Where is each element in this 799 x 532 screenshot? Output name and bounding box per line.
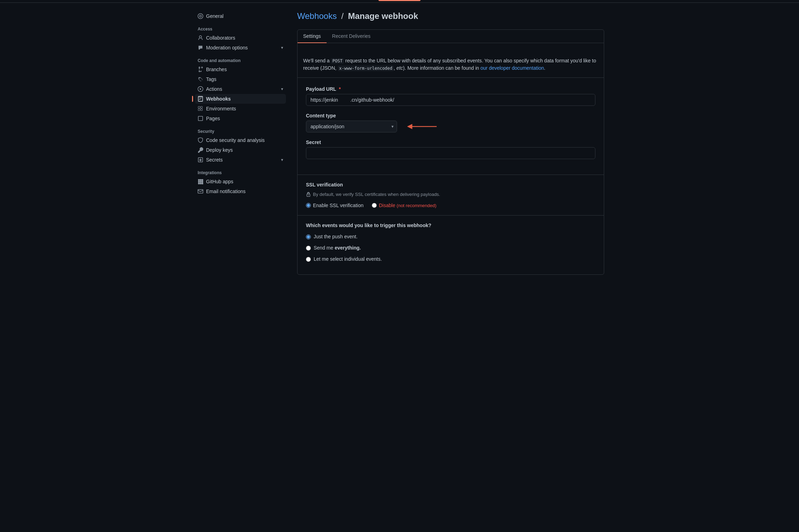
ssl-enable-label: Enable SSL verification [313,203,363,208]
content-type-label: Content type [306,113,595,118]
events-section: Which events would you like to trigger t… [298,215,604,274]
page-title: Webhooks / Manage webhook [297,11,604,21]
code-security-label: Code security and analysis [206,137,265,143]
event-select-label: Let me select individual events. [314,256,382,262]
shield-icon [198,137,203,143]
webhook-icon [198,96,203,102]
ssl-disable-option[interactable]: Disable (not recommended) [372,203,436,208]
play-icon [198,86,203,92]
red-arrow-svg [407,123,438,130]
breadcrumb-link[interactable]: Webhooks [297,11,337,21]
gear-icon [198,13,203,19]
post-code: POST [331,58,344,64]
info-period: . [544,65,545,71]
sidebar-section-access: Access [195,27,286,32]
deploy-keys-label: Deploy keys [206,147,233,153]
environments-label: Environments [206,106,236,111]
info-text: We'll send a POST request to the URL bel… [303,58,596,71]
moderation-chevron: ▾ [281,45,283,50]
top-bar-accent [378,0,421,1]
sidebar-item-github-apps[interactable]: GitHub apps [195,177,286,186]
sidebar-item-secrets[interactable]: Secrets ▾ [195,155,286,165]
form-encoded-code: x-www-form-urlencoded [338,66,394,71]
payload-url-label: Payload URL * [306,86,595,92]
payload-url-group: Payload URL * [306,86,595,106]
asterisk-icon [198,157,203,163]
page-title-current: Manage webhook [348,11,418,21]
content-type-group: Content type application/json applicatio… [306,113,595,132]
lock-icon [306,192,311,197]
developer-docs-link[interactable]: our developer documentation [480,65,544,71]
sidebar-section-integrations: Integrations [195,170,286,175]
tab-recent-deliveries[interactable]: Recent Deliveries [327,30,376,43]
ssl-enable-option[interactable]: Enable SSL verification [306,203,363,208]
ssl-enable-radio[interactable] [306,203,311,208]
sidebar-item-environments[interactable]: Environments [195,104,286,114]
payload-url-input[interactable] [306,94,595,106]
sidebar-item-actions[interactable]: Actions ▾ [195,84,286,94]
event-everything-label: Send me everything. [314,245,361,251]
event-push-option[interactable]: Just the push event. [306,234,595,239]
ssl-section: SSL verification By default, we verify S… [298,175,604,215]
github-apps-label: GitHub apps [206,179,233,184]
ssl-disable-radio[interactable] [372,203,377,208]
breadcrumb-separator: / [341,11,346,21]
page-icon [198,116,203,121]
tabs: Settings Recent Deliveries [298,30,604,43]
event-everything-radio[interactable] [306,246,311,251]
content-box: Settings Recent Deliveries We'll send a … [297,29,604,275]
sidebar-item-webhooks[interactable]: Webhooks [195,94,286,104]
sidebar-item-branches[interactable]: Branches [195,64,286,74]
sidebar-item-collaborators[interactable]: Collaborators [195,33,286,43]
sidebar-item-tags[interactable]: Tags [195,74,286,84]
secret-label: Secret [306,139,595,145]
actions-chevron: ▾ [281,87,283,91]
event-everything-option[interactable]: Send me everything. [306,245,595,251]
sidebar-item-pages[interactable]: Pages [195,114,286,123]
comment-icon [198,45,203,50]
event-select-radio[interactable] [306,257,311,262]
tags-label: Tags [206,76,217,82]
top-bar [0,0,799,3]
form-section: Payload URL * Content type application/j… [298,78,604,175]
mail-icon [198,189,203,194]
event-push-label: Just the push event. [314,234,357,239]
ssl-description: By default, we verify SSL certificates w… [306,192,595,197]
secrets-label: Secrets [206,157,223,163]
secrets-chevron: ▾ [281,157,283,162]
email-notifications-label: Email notifications [206,189,246,194]
content-type-select[interactable]: application/json application/x-www-form-… [306,121,397,132]
tag-icon [198,76,203,82]
events-title: Which events would you like to trigger t… [306,223,595,228]
apps-icon [198,179,203,184]
moderation-label: Moderation options [206,45,248,50]
ssl-title: SSL verification [306,182,595,187]
person-icon [198,35,203,41]
sidebar-item-moderation[interactable]: Moderation options ▾ [195,43,286,53]
sidebar-section-code: Code and automation [195,58,286,63]
event-push-radio[interactable] [306,234,311,239]
key-icon [198,147,203,153]
main-content: Webhooks / Manage webhook Settings Recen… [297,11,604,524]
sidebar-item-email-notifications[interactable]: Email notifications [195,186,286,196]
tab-settings[interactable]: Settings [298,30,327,43]
page-header: Webhooks / Manage webhook [297,11,604,21]
pages-label: Pages [206,116,220,121]
sidebar-item-general[interactable]: General [195,11,286,21]
sidebar-item-deploy-keys[interactable]: Deploy keys [195,145,286,155]
grid-icon [198,106,203,111]
actions-label: Actions [206,86,222,92]
event-select-option[interactable]: Let me select individual events. [306,256,595,262]
branches-label: Branches [206,67,227,72]
ssl-radio-group: Enable SSL verification Disable (not rec… [306,203,595,208]
arrow-annotation [407,123,438,130]
secret-group: Secret [306,139,595,159]
webhooks-label: Webhooks [206,96,231,102]
secret-input[interactable] [306,147,595,159]
sidebar-general-label: General [206,13,224,19]
sidebar-section-security: Security [195,129,286,134]
info-section: We'll send a POST request to the URL bel… [298,52,604,78]
branch-icon [198,67,203,72]
sidebar-item-code-security[interactable]: Code security and analysis [195,135,286,145]
sidebar: General Access Collaborators Moderation … [195,11,286,524]
